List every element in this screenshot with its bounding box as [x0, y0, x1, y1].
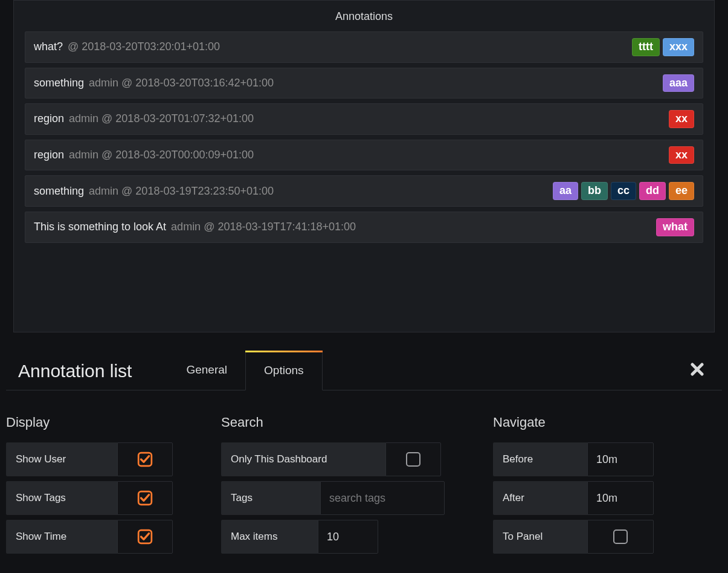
- tag[interactable]: tttt: [632, 38, 660, 56]
- checkbox-to-panel[interactable]: [587, 520, 654, 554]
- row-after: After: [493, 481, 654, 515]
- row-before: Before: [493, 442, 654, 476]
- label-tags: Tags: [221, 481, 320, 515]
- row-tags: Tags: [221, 481, 445, 515]
- annotation-tags: aabbccddee: [553, 182, 694, 200]
- tag[interactable]: xxx: [663, 38, 694, 56]
- section-search: Search Only This Dashboard Tags Max item…: [221, 415, 445, 558]
- close-icon[interactable]: [691, 361, 722, 390]
- check-icon: [137, 490, 153, 506]
- annotation-meta: admin @ 2018-03-19T23:23:50+01:00: [89, 185, 274, 198]
- checkbox-show-time[interactable]: [117, 520, 173, 554]
- section-search-heading: Search: [221, 415, 445, 430]
- label-to-panel: To Panel: [493, 520, 587, 554]
- panel-title: Annotations: [14, 5, 714, 31]
- checkbox-empty-icon: [613, 529, 628, 544]
- tag[interactable]: bb: [581, 182, 608, 200]
- row-to-panel: To Panel: [493, 520, 654, 554]
- label-show-tags: Show Tags: [6, 481, 117, 515]
- tag[interactable]: xx: [669, 146, 694, 164]
- annotation-item[interactable]: regionadmin @ 2018-03-20T01:07:32+01:00x…: [25, 103, 703, 135]
- annotation-meta: admin @ 2018-03-19T17:41:18+01:00: [171, 221, 356, 233]
- section-display: Display Show User Show Tags Show Ti: [6, 415, 173, 558]
- annotation-title: region: [34, 149, 64, 161]
- annotation-meta: admin @ 2018-03-20T03:16:42+01:00: [89, 77, 274, 89]
- tags-input[interactable]: [320, 481, 445, 515]
- label-max-items: Max items: [221, 520, 318, 554]
- annotation-item[interactable]: somethingadmin @ 2018-03-20T03:16:42+01:…: [25, 68, 703, 99]
- annotation-item-left: what?@ 2018-03-20T03:20:01+01:00: [34, 40, 220, 53]
- annotation-tags: xx: [669, 146, 694, 164]
- editor-tabbar: Annotation list General Options: [6, 351, 722, 390]
- annotation-tags: xx: [669, 110, 694, 128]
- tag[interactable]: dd: [639, 182, 666, 200]
- section-display-heading: Display: [6, 415, 173, 430]
- tab-options[interactable]: Options: [245, 351, 322, 390]
- annotation-item[interactable]: somethingadmin @ 2018-03-19T23:23:50+01:…: [25, 175, 703, 207]
- tab-general[interactable]: General: [168, 350, 245, 390]
- annotation-item[interactable]: regionadmin @ 2018-03-20T00:00:09+01:00x…: [25, 140, 703, 171]
- label-only-dashboard: Only This Dashboard: [221, 442, 385, 476]
- annotation-title: something: [34, 77, 84, 89]
- annotation-meta: @ 2018-03-20T03:20:01+01:00: [68, 40, 220, 53]
- annotations-panel: Annotations what?@ 2018-03-20T03:20:01+0…: [13, 0, 715, 332]
- tag[interactable]: xx: [669, 110, 694, 128]
- editor-title: Annotation list: [6, 361, 168, 390]
- panel-editor: Annotation list General Options Display …: [0, 332, 728, 558]
- annotation-item[interactable]: This is something to look Atadmin @ 2018…: [25, 212, 703, 243]
- tag[interactable]: cc: [611, 182, 636, 200]
- annotation-item-left: regionadmin @ 2018-03-20T00:00:09+01:00: [34, 149, 254, 161]
- row-only-dashboard: Only This Dashboard: [221, 442, 445, 476]
- check-icon: [137, 529, 153, 545]
- row-max-items: Max items: [221, 520, 445, 554]
- before-input[interactable]: [587, 442, 654, 476]
- after-input[interactable]: [587, 481, 654, 515]
- annotation-title: This is something to look At: [34, 221, 166, 233]
- tag[interactable]: aaa: [663, 74, 694, 92]
- tag[interactable]: aa: [553, 182, 578, 200]
- tag[interactable]: ee: [669, 182, 694, 200]
- annotation-meta: admin @ 2018-03-20T00:00:09+01:00: [69, 149, 254, 161]
- check-icon: [137, 452, 153, 467]
- section-navigate: Navigate Before After To Panel: [493, 415, 654, 558]
- tag[interactable]: what: [656, 218, 694, 236]
- annotation-title: something: [34, 185, 84, 198]
- row-show-time: Show Time: [6, 520, 173, 554]
- label-before: Before: [493, 442, 587, 476]
- max-items-input[interactable]: [318, 520, 378, 554]
- row-show-user: Show User: [6, 442, 173, 476]
- annotation-meta: admin @ 2018-03-20T01:07:32+01:00: [69, 112, 254, 125]
- annotation-tags: aaa: [663, 74, 694, 92]
- annotation-item-left: regionadmin @ 2018-03-20T01:07:32+01:00: [34, 112, 254, 125]
- label-after: After: [493, 481, 587, 515]
- annotation-tags: what: [656, 218, 694, 236]
- label-show-time: Show Time: [6, 520, 117, 554]
- annotation-item-left: somethingadmin @ 2018-03-20T03:16:42+01:…: [34, 77, 274, 89]
- checkbox-only-dashboard[interactable]: [385, 442, 441, 476]
- checkbox-show-tags[interactable]: [117, 481, 173, 515]
- annotation-title: region: [34, 112, 64, 125]
- row-show-tags: Show Tags: [6, 481, 173, 515]
- checkbox-empty-icon: [406, 452, 420, 467]
- annotation-title: what?: [34, 40, 63, 53]
- checkbox-show-user[interactable]: [117, 442, 173, 476]
- annotations-list: what?@ 2018-03-20T03:20:01+01:00ttttxxxs…: [14, 31, 714, 243]
- annotation-item-left: somethingadmin @ 2018-03-19T23:23:50+01:…: [34, 185, 274, 198]
- annotation-item[interactable]: what?@ 2018-03-20T03:20:01+01:00ttttxxx: [25, 31, 703, 63]
- annotation-tags: ttttxxx: [632, 38, 694, 56]
- label-show-user: Show User: [6, 442, 117, 476]
- annotation-item-left: This is something to look Atadmin @ 2018…: [34, 221, 356, 233]
- section-navigate-heading: Navigate: [493, 415, 654, 430]
- options-sections: Display Show User Show Tags Show Ti: [6, 390, 722, 558]
